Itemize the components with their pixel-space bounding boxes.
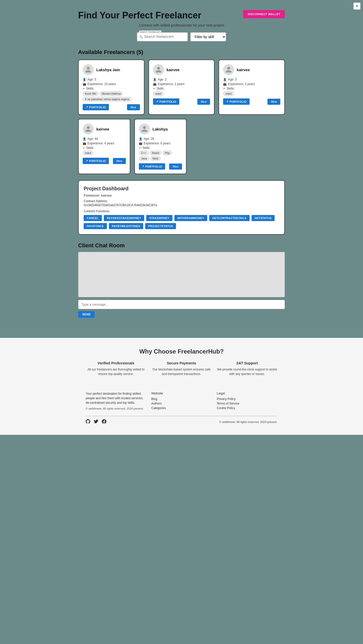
portfolio-icon: ↗ [142,165,144,168]
portfolio-icon: ↗ [156,100,158,103]
portfolio-button[interactable]: ↗ PORTFOLIO [83,104,109,110]
skill-badge: Next [150,156,161,161]
why-item: 24/7 Support We provide round-the-clock … [217,361,277,376]
skills-row: react [223,91,280,96]
twitter-icon[interactable] [94,419,98,425]
age-icon: 👤 [153,78,157,81]
footer-privacy-link[interactable]: Privacy Policy [217,397,277,401]
disconnect-wallet-button[interactable]: DISCONNECT WALLET [243,10,285,18]
footer-tos-link[interactable]: Terms of Service [217,402,277,405]
skills-icon: ✂ [223,87,225,90]
facebook-icon[interactable] [102,419,106,425]
contract-functions-label: Contract Functions: [84,209,279,213]
hire-button[interactable]: Hire [267,99,280,105]
hire-button[interactable]: Hire [127,104,140,110]
function-buttons: CANCEL REVOKESTAKEDMONEY STAKEMONEY WITH… [84,215,279,229]
avatar [223,64,234,75]
card-header: Lakshya Jain [83,64,140,75]
footer-copyright: © webthreee. All rights reserved. 2024-p… [86,407,146,410]
skill-badge: C++ [139,151,149,155]
revoke-staked-money-button[interactable]: REVOKESTAKEDMONEY [104,215,144,221]
freelancers-section-title: Available Freelancers (5) [78,49,285,56]
chat-title: Client Chat Room [78,242,285,249]
footer-categories-link[interactable]: Categories [151,406,212,410]
why-item-desc: All our freelancers are thoroughly vette… [86,367,146,376]
card-actions: ↗ PORTFOLIO Hire [83,104,140,110]
skill-badge: react [223,91,234,96]
portfolio-button[interactable]: ↗ PORTFOLIO [139,163,165,170]
card-experience: 💼 Experience: 2 years [223,82,280,86]
footer-divider [86,416,277,416]
skills-row: react [153,91,210,96]
card-skills-label: ✂ Skills: [83,87,140,90]
footer-blog-link[interactable]: Blog [151,397,212,401]
pay-by-milestones-button[interactable]: PAYBYMILESTONES [109,223,143,229]
card-experience: 💼 Experience: 10 years [83,82,140,86]
freelancer-name: Lakshya Jain [96,68,120,72]
pay-at-once-button[interactable]: PAYATONCE [84,223,107,229]
age-icon: 👤 [83,137,86,141]
footer-legal-heading: Legal [217,391,277,395]
freelancer-card: kairvee 👤 Age: 3 💼 Experience: 2 years ✂… [219,60,285,115]
portfolio-icon: ↗ [226,100,228,103]
stake-money-button[interactable]: STAKEMONEY [146,215,172,221]
skill-badge: Java [139,156,149,161]
card-actions: ↗ PORTFOLIO Hire [153,98,210,105]
portfolio-button[interactable]: ↗ PORTFOLIO [153,98,179,105]
top-right-icon[interactable]: ✳ [353,3,360,10]
card-age: 👤 Age: 44 [83,137,126,141]
chat-message-input[interactable] [78,300,285,309]
card-header: kairvee [223,64,280,75]
withdraw-money-button[interactable]: WITHDRAWMONEY [174,215,207,221]
footer-authors-link[interactable]: Authors [151,402,212,405]
portfolio-button[interactable]: ↗ PORTFOLIO [83,158,109,164]
project-dashboard: Project Dashboard Freelancer: kairvee Co… [78,180,285,235]
search-wrapper: Search freelancers 🔍 [137,32,188,41]
search-input[interactable] [137,33,188,41]
hire-button[interactable]: Hire [169,164,182,170]
why-grid: Verified Professionals All our freelance… [86,361,277,376]
project-status-button[interactable]: PROJECTSTATUS [145,223,176,229]
freelancer-card: kairvee 👤 Age: 2 💼 Experience: 2 years ✂… [148,60,215,115]
why-item-title: Verified Professionals [86,361,146,365]
filter-skill-select[interactable]: Filter by skill React Java PHP C++ [190,32,226,41]
card-experience: 💼 Experience: 2 years [153,82,210,86]
portfolio-button[interactable]: ↗ PORTFOLIO [223,98,249,105]
chat-messages-box [78,252,285,297]
freelancer-name: kairvee [237,68,250,72]
footer-brand-desc: Your perfect destination for finding ski… [86,391,146,405]
cancel-function-button[interactable]: CANCEL [84,215,102,221]
skills-icon: ✂ [153,87,155,90]
hire-button[interactable]: Hire [113,158,126,164]
freelancer-name: kairvee [167,68,180,72]
send-message-button[interactable]: SEND [78,311,95,318]
hire-button[interactable]: Hire [197,99,210,105]
search-icon: 🔍 [139,35,143,39]
skill-badge: Kuch Nhi [83,91,99,96]
card-actions: ↗ PORTFOLIO Hire [83,158,126,164]
age-icon: 👤 [139,137,142,141]
why-item-title: Secure Payments [151,361,212,365]
page-header: Find Your Perfect Freelancer DISCONNECT … [78,10,285,21]
card-header: kairvee [153,64,210,75]
card-experience: 💼 Experience: 4 years [83,142,126,145]
dashboard-freelancer: Freelancer: kairvee [84,194,279,197]
skill-badge: react [153,91,164,96]
skill-badge: Php [163,151,172,155]
footer-bottom: © webthreee. All rights reserved. 2024-p… [86,419,277,425]
card-skills-label: ✂ Skills: [139,146,182,150]
skills-icon: ✂ [139,146,141,150]
card-actions: ↗ PORTFOLIO Hire [139,163,182,170]
footer-cookie-link[interactable]: Cookie Policy [217,406,277,410]
get-status-button[interactable]: GETSTATUS [252,215,275,221]
freelancer-name: Lakshya [153,127,168,131]
page-subtitle: Connect with skilled professionals for y… [78,23,285,27]
github-icon[interactable] [86,419,90,425]
card-actions: ↗ PORTFOLIO Hire [223,98,280,105]
why-item-title: 24/7 Support [217,361,277,365]
card-age: 👤 Age: 28 [139,137,182,141]
get-contract-details-button[interactable]: GETCONTRACTDETAILS [209,215,250,221]
skill-badge: Movies Dekhna [100,91,123,96]
age-icon: 👤 [223,78,227,81]
footer-content: Your perfect destination for finding ski… [86,386,277,411]
